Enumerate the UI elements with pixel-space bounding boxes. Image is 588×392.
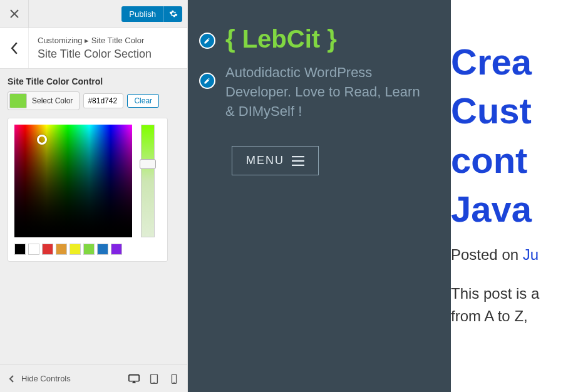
customizer-panel: Publish Customizing ▸ Site Title Color S… [0, 0, 188, 392]
post-meta: Posted on Ju [451, 246, 588, 264]
control-label: Site Title Color Control [8, 76, 180, 86]
breadcrumb-current: Site Title Color [91, 36, 145, 45]
close-button[interactable] [0, 0, 29, 28]
palette-swatch[interactable] [83, 244, 95, 255]
back-button[interactable] [0, 28, 29, 68]
color-hex-input[interactable] [83, 93, 123, 108]
preview-content: Crea Cust cont Java Posted on Ju This po… [451, 0, 588, 392]
post-date-link[interactable]: Ju [523, 246, 539, 263]
hue-slider[interactable] [141, 125, 155, 237]
tablet-icon [148, 373, 160, 384]
gear-icon [169, 9, 178, 18]
section-title: Site Title Color Section [38, 48, 178, 61]
select-color-label: Select Color [29, 96, 78, 105]
posted-on-label: Posted on [451, 246, 523, 263]
desktop-icon [128, 373, 140, 384]
palette-swatch[interactable] [14, 244, 26, 255]
palette-swatch[interactable] [97, 244, 108, 255]
hue-handle[interactable] [140, 159, 156, 169]
clear-button[interactable]: Clear [127, 94, 159, 108]
chevron-left-icon [10, 42, 19, 54]
color-picker [8, 118, 168, 262]
saturation-handle[interactable] [37, 135, 47, 145]
pencil-icon [204, 37, 211, 44]
publish-group: Publish [121, 6, 182, 22]
breadcrumb-area: Customizing ▸ Site Title Color Site Titl… [29, 28, 187, 68]
collapse-left-icon [8, 374, 16, 383]
customizer-footer: Hide Controls [0, 364, 187, 392]
preview-frame: { LebCit } Autodidactic WordPress Develo… [188, 0, 588, 392]
post-title[interactable]: Crea Cust cont Java [451, 38, 588, 234]
palette-swatch[interactable] [42, 244, 53, 255]
breadcrumb-root: Customizing [38, 36, 83, 45]
svg-point-2 [153, 381, 154, 382]
palette-swatch[interactable] [28, 244, 39, 255]
site-title[interactable]: { LebCit } [225, 25, 432, 53]
palette-swatch[interactable] [70, 244, 81, 255]
current-color-swatch [9, 93, 27, 108]
svg-point-4 [173, 381, 174, 382]
hide-controls-label: Hide Controls [21, 374, 71, 383]
device-mobile-button[interactable] [168, 373, 180, 384]
device-tablet-button[interactable] [148, 373, 160, 384]
preview-sidebar: { LebCit } Autodidactic WordPress Develo… [188, 0, 451, 392]
palette-row [14, 244, 161, 255]
select-color-button[interactable]: Select Color [8, 91, 80, 110]
publish-button[interactable]: Publish [121, 6, 163, 22]
site-tagline[interactable]: Autodidactic WordPress Developer. Love t… [225, 63, 432, 121]
top-bar: Publish [0, 0, 187, 28]
breadcrumb: Customizing ▸ Site Title Color [38, 36, 178, 45]
device-toggles [128, 373, 180, 384]
hide-controls-button[interactable]: Hide Controls [8, 374, 71, 383]
menu-label: MENU [246, 154, 284, 167]
device-desktop-button[interactable] [128, 373, 140, 384]
palette-swatch[interactable] [111, 244, 122, 255]
edit-shortcut-title[interactable] [199, 33, 215, 49]
mobile-icon [168, 373, 180, 384]
post-body: This post is a from A to Z, [451, 282, 588, 328]
color-row: Select Color Clear [8, 91, 180, 110]
palette-swatch[interactable] [56, 244, 67, 255]
menu-button[interactable]: MENU [232, 146, 319, 175]
publish-settings-button[interactable] [163, 6, 182, 22]
breadcrumb-sep: ▸ [85, 36, 89, 45]
close-icon [10, 9, 19, 18]
edit-shortcut-tagline[interactable] [199, 73, 215, 89]
section-header: Customizing ▸ Site Title Color Site Titl… [0, 28, 187, 69]
svg-rect-0 [129, 374, 139, 381]
controls-area: Site Title Color Control Select Color Cl… [0, 69, 187, 269]
saturation-box[interactable] [14, 125, 132, 237]
hamburger-icon [292, 156, 304, 166]
pencil-icon [204, 77, 211, 85]
